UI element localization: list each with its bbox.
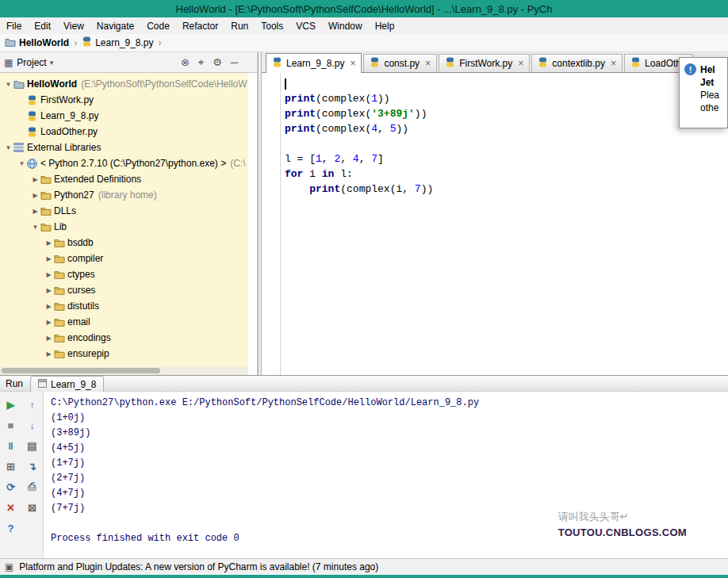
chevron-expanded-icon[interactable]: ▼ <box>17 160 27 167</box>
tree-item-extended-definitions[interactable]: ▶Extended Definitions <box>0 171 248 187</box>
close-icon[interactable]: × <box>425 58 431 69</box>
tree-label: Learn_9_8.py <box>40 110 98 121</box>
tab-firstwork-py[interactable]: FirstWork.py× <box>439 54 530 72</box>
tab-contextlib-py[interactable]: contextlib.py× <box>531 54 623 72</box>
chevron-collapsed-icon[interactable]: ▶ <box>44 239 54 247</box>
python-file-icon <box>272 57 282 70</box>
run-config-tab[interactable]: Learn_9_8 <box>30 376 104 392</box>
tree-item-distutils[interactable]: ▶distutils <box>0 298 248 314</box>
print-icon[interactable]: ⎙ <box>25 480 40 493</box>
folder-icon <box>54 317 67 327</box>
scroll-to-end-icon[interactable]: ↴ <box>25 460 40 473</box>
project-horizontal-scrollbar[interactable] <box>0 367 248 375</box>
breadcrumb-bar: HelloWorld›Learn_9_8.py› <box>0 34 728 52</box>
tab-const-py[interactable]: const.py× <box>363 54 437 72</box>
notification-popup[interactable]: ! HelJetPleaothe <box>679 57 728 128</box>
tree-label: < Python 2.7.10 (C:\Python27\python.exe)… <box>40 158 226 169</box>
chevron-expanded-icon[interactable]: ▼ <box>30 224 40 231</box>
chevron-collapsed-icon[interactable]: ▶ <box>44 319 54 326</box>
close-icon[interactable]: × <box>518 58 523 69</box>
help-icon[interactable]: ? <box>4 522 18 534</box>
clear-all-icon[interactable]: ⊠ <box>25 501 40 514</box>
breadcrumb-label: Learn_9_8.py <box>95 37 153 48</box>
stop-icon[interactable]: ■ <box>4 419 18 431</box>
close-icon[interactable]: × <box>611 58 616 69</box>
tree-item-dlls[interactable]: ▶DLLs <box>0 203 248 219</box>
libs-icon <box>13 143 27 152</box>
tree-item-encodings[interactable]: ▶encodings <box>0 330 248 346</box>
run-title: Run <box>0 378 30 389</box>
menu-vcs[interactable]: VCS <box>289 19 322 33</box>
project-icon <box>13 79 27 89</box>
chevron-collapsed-icon[interactable]: ▶ <box>30 192 40 199</box>
menu-run[interactable]: Run <box>224 19 255 33</box>
chevron-collapsed-icon[interactable]: ▶ <box>44 287 54 294</box>
tree-item-curses[interactable]: ▶curses <box>0 282 248 298</box>
tree-item-email[interactable]: ▶email <box>0 314 248 330</box>
rerun-icon[interactable]: ▶ <box>4 398 18 411</box>
menu-refactor[interactable]: Refactor <box>176 19 224 33</box>
tab-learn-9-8-py[interactable]: Learn_9_8.py× <box>266 53 362 73</box>
tree-item-lib[interactable]: ▼Lib <box>0 219 248 235</box>
chevron-collapsed-icon[interactable]: ▶ <box>30 208 40 215</box>
chevron-collapsed-icon[interactable]: ▶ <box>44 255 54 262</box>
code-line: print(complex(1)) <box>285 91 728 106</box>
collapse-all-icon[interactable]: ⊗ <box>181 56 190 69</box>
tree-item-helloworld[interactable]: ▼HelloWorld(E:\PythonSoft\PythonSelfCode… <box>0 76 248 92</box>
chevron-collapsed-icon[interactable]: ▶ <box>30 176 40 183</box>
tree-item-compiler[interactable]: ▶compiler <box>0 251 248 266</box>
menu-navigate[interactable]: Navigate <box>90 19 140 33</box>
chevron-collapsed-icon[interactable]: ▶ <box>44 271 54 278</box>
tree-item-ensurepip[interactable]: ▶ensurepip <box>0 346 248 362</box>
tree-label: bsddb <box>67 237 94 248</box>
tree-item-learn-9-8-py[interactable]: Learn_9_8.py <box>0 108 248 124</box>
tree-item-python-2-7-10-c-python27-python-exe[interactable]: ▼< Python 2.7.10 (C:\Python27\python.exe… <box>0 155 248 171</box>
project-toolbar-icons: ⊗⌖⚙─ <box>181 56 238 69</box>
chevron-collapsed-icon[interactable]: ▶ <box>44 335 54 342</box>
tree-item-bsddb[interactable]: ▶bsddb <box>0 235 248 251</box>
close-icon[interactable]: ✕ <box>4 501 18 514</box>
tree-item-external-libraries[interactable]: ▼External Libraries <box>0 140 248 155</box>
scrollbar-thumb[interactable] <box>2 368 160 373</box>
menu-tools[interactable]: Tools <box>255 19 289 33</box>
chevron-expanded-icon[interactable]: ▼ <box>3 81 13 88</box>
code-area[interactable]: print(complex(1))print(complex('3+89j'))… <box>281 73 728 375</box>
project-vertical-scrollbar[interactable] <box>248 73 258 375</box>
tree-item-loadother-py[interactable]: LoadOther.py <box>0 124 248 140</box>
chevron-collapsed-icon[interactable]: ▶ <box>44 303 54 310</box>
chevron-expanded-icon[interactable]: ▼ <box>3 144 13 151</box>
up-stack-trace-icon[interactable]: ↑ <box>25 398 40 411</box>
folder-icon <box>40 206 54 216</box>
tree-label: DLLs <box>54 205 76 216</box>
run-toolbar-col2: ↑↓▤↴⎙⊠ <box>21 392 43 558</box>
tree-note: (C:\ <box>230 158 245 169</box>
breadcrumb-item-helloworld[interactable]: HelloWorld <box>5 37 69 49</box>
menu-window[interactable]: Window <box>322 19 369 33</box>
menu-file[interactable]: File <box>0 19 28 33</box>
down-stack-trace-icon[interactable]: ↓ <box>25 419 40 431</box>
tree-item-firstwork-py[interactable]: FirstWork.py <box>0 92 248 108</box>
tree-item-ctypes[interactable]: ▶ctypes <box>0 266 248 282</box>
close-icon[interactable]: × <box>350 58 355 69</box>
locate-icon[interactable]: ⌖ <box>198 56 204 69</box>
menu-view[interactable]: View <box>57 19 90 33</box>
python-file-icon <box>630 57 641 70</box>
settings-icon[interactable]: ⚙ <box>213 56 222 69</box>
status-message[interactable]: Platform and Plugin Updates: A new versi… <box>19 561 378 572</box>
project-tree: ▼HelloWorld(E:\PythonSoft\PythonSelfCode… <box>0 73 248 375</box>
tree-item-python27[interactable]: ▶Python27(library home) <box>0 187 248 203</box>
console-settings-icon[interactable]: ▤ <box>25 439 40 452</box>
breadcrumb-item-learn-9-8-py[interactable]: Learn_9_8.py <box>82 36 153 49</box>
editor[interactable]: print(complex(1))print(complex('3+89j'))… <box>262 73 728 375</box>
chevron-collapsed-icon[interactable]: ▶ <box>44 350 54 358</box>
menu-edit[interactable]: Edit <box>28 19 57 33</box>
menu-code[interactable]: Code <box>140 19 176 33</box>
console[interactable]: C:\Python27\python.exe E:/PythonSoft/Pyt… <box>44 392 728 558</box>
hide-panel-icon[interactable]: ─ <box>231 56 238 69</box>
restore-layout-icon[interactable]: ⊞ <box>4 460 18 473</box>
event-log-icon[interactable]: ▣ <box>5 561 13 572</box>
rerun-failed-icon[interactable]: ⟳ <box>4 480 18 493</box>
project-view-selector[interactable]: Project <box>17 57 46 68</box>
menu-help[interactable]: Help <box>369 19 401 33</box>
pause-icon[interactable]: ‖ <box>4 439 18 452</box>
